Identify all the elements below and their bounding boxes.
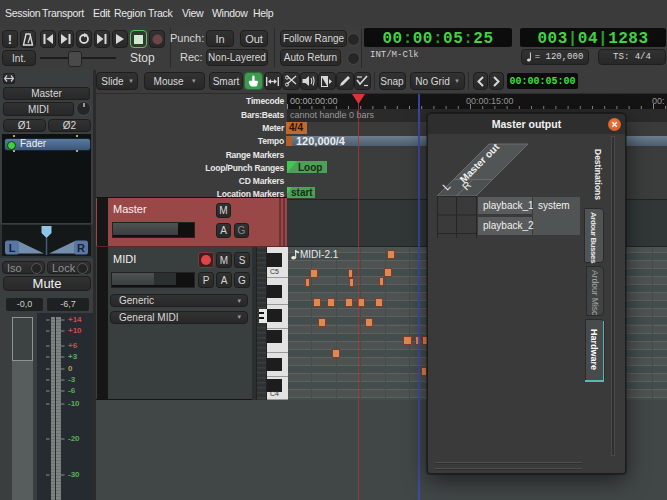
svg-text:R: R [77,242,85,254]
svg-text:L: L [9,242,16,254]
